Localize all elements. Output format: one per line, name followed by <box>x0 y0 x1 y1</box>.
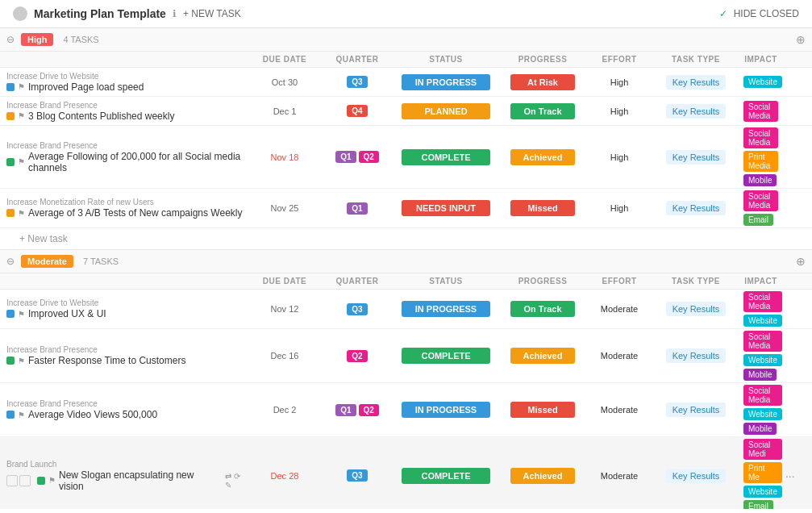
tasktype-badge: Key Results <box>666 469 727 483</box>
row-check-2[interactable] <box>19 475 31 486</box>
tasktype-badge: Key Results <box>666 402 727 417</box>
task-info: Increase Drive to Website ⚑ Improved UX … <box>6 295 248 323</box>
task-name[interactable]: New Slogan encapsulating new vision <box>59 469 219 492</box>
task-name[interactable]: Average Video Views 500,000 <box>28 409 157 420</box>
task-name[interactable]: Improved UX & UI <box>28 308 106 319</box>
group-toggle-high[interactable]: ⊖ <box>6 34 15 45</box>
status-badge: COMPLETE <box>402 348 490 364</box>
task-name[interactable]: Average of 3 A/B Tests of New campaigns … <box>28 207 242 219</box>
progress-badge: Achieved <box>510 348 575 364</box>
table-row: Increase Brand Presence ⚑ Average Video … <box>0 383 812 437</box>
quarter-badge: Q1 <box>347 202 367 215</box>
status-cell[interactable]: PLANNED <box>394 103 498 119</box>
priority-badge-moderate: Moderate <box>21 255 73 268</box>
task-name[interactable]: Faster Response Time to Customers <box>28 355 185 366</box>
quarter-badge: Q2 <box>359 151 379 163</box>
task-action-icons: ⇄ ⟳ ✎ <box>225 472 248 490</box>
quarter-cell: Q3 <box>321 303 394 315</box>
task-info: Increase Drive to Website ⚑ Improved Pag… <box>6 69 248 96</box>
progress-cell: Missed <box>498 200 587 216</box>
col-headers-high: DUE DATE QUARTER STATUS PROGRESS EFFORT … <box>0 52 812 68</box>
impact-cell: Social Media Website Mobile <box>740 383 785 436</box>
task-info: Increase Brand Presence ⚑ Average Follow… <box>6 138 248 177</box>
quarter-cell: Q3 <box>321 469 394 482</box>
col-effort-high: EFFORT <box>587 55 652 64</box>
tasktype-badge: Key Results <box>666 75 727 90</box>
tasktype-cell: Key Results <box>652 302 740 316</box>
tasktype-badge: Key Results <box>666 201 727 215</box>
progress-cell: On Track <box>498 301 587 317</box>
priority-badge-high: High <box>21 33 53 46</box>
group-high-header: ⊖ High 4 TASKS ⊕ <box>0 28 812 52</box>
col-qtr-mod: QUARTER <box>321 277 394 286</box>
status-cell[interactable]: IN PROGRESS <box>394 301 498 317</box>
quarter-badge: Q3 <box>347 469 367 482</box>
status-cell[interactable]: IN PROGRESS <box>394 74 498 90</box>
quarter-badge: Q2 <box>359 404 379 416</box>
quarter-badge: Q4 <box>347 105 367 117</box>
impact-tag: Mobile <box>743 369 777 381</box>
task-name[interactable]: Average Following of 200,000 for all Soc… <box>28 151 248 173</box>
task-color-dot <box>6 209 15 217</box>
quarter-badge: Q1 <box>335 404 356 416</box>
task-color-dot <box>6 112 15 120</box>
progress-badge: Missed <box>510 402 575 418</box>
task-color-dot <box>6 411 15 419</box>
status-cell[interactable]: COMPLETE <box>394 149 498 165</box>
col-status-mod: STATUS <box>394 277 498 286</box>
task-parent: Brand Launch <box>6 460 248 469</box>
progress-cell: Achieved <box>498 348 587 364</box>
impact-tag: Social Media <box>743 385 782 406</box>
hide-closed-button[interactable]: ✓ HIDE CLOSED <box>719 8 799 19</box>
status-cell[interactable]: IN PROGRESS <box>394 402 498 418</box>
task-color-dot <box>6 357 15 365</box>
impact-tag: Website <box>743 408 782 420</box>
add-task-icon-high[interactable]: ⊕ <box>796 33 806 46</box>
more-button[interactable]: ··· <box>785 469 810 482</box>
task-parent: Increase Drive to Website <box>6 298 248 307</box>
impact-cell: Social Medi Print Me Website Email <box>740 437 785 509</box>
table-row: Increase Brand Presence ⚑ Average Follow… <box>0 126 812 189</box>
col-task-mod <box>6 277 248 286</box>
impact-tag: Social Media <box>743 101 778 122</box>
table-row: Increase Monetization Rate of new Users … <box>0 189 812 228</box>
quarter-cell: Q1 Q2 <box>321 151 394 163</box>
task-icon: ⚑ <box>18 411 25 419</box>
effort-cell: High <box>587 106 652 116</box>
group-high: ⊖ High 4 TASKS ⊕ DUE DATE QUARTER STATUS… <box>0 28 812 250</box>
impact-cell: Social Media Email <box>740 189 781 227</box>
col-impact-high: IMPACT <box>740 55 781 64</box>
status-cell[interactable]: COMPLETE <box>394 468 498 484</box>
add-task-row-high[interactable]: + New task <box>0 228 812 249</box>
task-name[interactable]: Improved Page load speed <box>28 81 144 93</box>
progress-badge: Missed <box>510 200 575 216</box>
status-cell[interactable]: COMPLETE <box>394 348 498 364</box>
add-task-icon-moderate[interactable]: ⊕ <box>796 255 806 268</box>
impact-tag: Website <box>743 315 782 327</box>
task-info: Increase Brand Presence ⚑ Faster Respons… <box>6 342 248 369</box>
status-badge: IN PROGRESS <box>402 402 490 418</box>
quarter-cell: Q1 <box>321 202 394 215</box>
task-name[interactable]: 3 Blog Contents Published weekly <box>28 111 174 122</box>
col-prog-mod: PROGRESS <box>498 277 587 286</box>
task-icon: ⚑ <box>18 357 25 365</box>
top-bar: Marketing Plan Template ℹ + NEW TASK ✓ H… <box>0 0 812 28</box>
group-toggle-moderate[interactable]: ⊖ <box>6 256 15 267</box>
col-headers-moderate: DUE DATE QUARTER STATUS PROGRESS EFFORT … <box>0 273 812 290</box>
task-color-dot <box>6 83 15 91</box>
impact-cell: Social Media Print Media Mobile <box>740 126 781 188</box>
new-task-button[interactable]: + NEW TASK <box>183 8 241 19</box>
quarter-cell: Q4 <box>321 105 394 117</box>
task-parent: Increase Brand Presence <box>6 141 248 150</box>
row-check-1[interactable] <box>6 475 18 486</box>
progress-badge: On Track <box>510 301 575 317</box>
task-icon: ⚑ <box>18 157 25 166</box>
tasktype-cell: Key Results <box>652 201 740 215</box>
impact-tag: Social Media <box>743 127 778 148</box>
col-tasktype-high: TASK TYPE <box>652 55 740 64</box>
col-effort-mod: EFFORT <box>587 277 652 286</box>
status-cell[interactable]: NEEDS INPUT <box>394 200 498 216</box>
tasktype-badge: Key Results <box>666 348 727 363</box>
quarter-cell: Q2 <box>321 350 394 362</box>
effort-cell: Moderate <box>587 304 652 314</box>
